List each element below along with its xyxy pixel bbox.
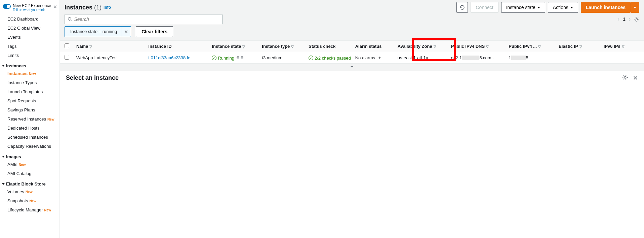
redacted xyxy=(462,56,479,60)
sort-icon: ▽ xyxy=(434,45,436,48)
actions-button[interactable]: Actions xyxy=(548,2,578,13)
filter-chip[interactable]: Instance state = running ✕ xyxy=(65,26,131,37)
cell-ipv6: – xyxy=(602,52,644,64)
nav-group-instances[interactable]: Instances xyxy=(0,60,59,69)
sort-icon: ▽ xyxy=(242,45,245,48)
cell-elastic-ip: – xyxy=(557,52,602,64)
col-az[interactable]: Availability Zone▽ xyxy=(396,41,449,52)
zoom-out-icon[interactable]: ⊖ xyxy=(240,55,244,60)
sort-icon: ▽ xyxy=(579,45,582,48)
new-badge: New xyxy=(44,208,51,212)
nav-volumes[interactable]: VolumesNew xyxy=(0,187,59,196)
add-alarm-button[interactable]: + xyxy=(378,55,381,60)
row-checkbox[interactable] xyxy=(65,55,69,60)
page-title: Instances (1) xyxy=(65,4,102,11)
launch-instances-button[interactable]: Launch instances xyxy=(581,2,631,13)
close-icon[interactable]: × xyxy=(53,3,57,10)
col-alarm-status[interactable]: Alarm status xyxy=(353,41,396,52)
col-instance-type[interactable]: Instance type▽ xyxy=(260,41,307,52)
cell-instance-id[interactable]: i-011cf83aa6c2338de xyxy=(148,55,190,60)
nav-scheduled-instances[interactable]: Scheduled Instances xyxy=(0,133,59,142)
refresh-button[interactable] xyxy=(456,2,468,13)
filter-chip-remove[interactable]: ✕ xyxy=(121,27,131,37)
nav-instances[interactable]: InstancesNew xyxy=(0,69,59,78)
col-public-ipv4[interactable]: Public IPv4 ...▽ xyxy=(507,41,557,52)
new-experience-title: New EC2 Experience xyxy=(13,3,51,8)
col-public-dns[interactable]: Public IPv4 DNS▽ xyxy=(449,41,507,52)
table-row[interactable]: WebApp-LatencyTest i-011cf83aa6c2338de ✓… xyxy=(60,52,644,64)
cell-status-check: ✓2/2 checks passed xyxy=(307,52,353,64)
detail-panel: Select an instance ✕ xyxy=(60,71,644,238)
cell-public-ipv4: 15 xyxy=(507,52,557,64)
sort-icon: ▽ xyxy=(538,45,541,48)
nav-group-images[interactable]: Images xyxy=(0,151,59,160)
next-page-button[interactable]: › xyxy=(629,16,631,22)
new-badge: New xyxy=(29,199,36,203)
col-name[interactable]: Name▽ xyxy=(74,41,146,52)
info-link[interactable]: Info xyxy=(104,5,111,10)
running-icon: ✓ xyxy=(212,56,216,60)
col-ipv6[interactable]: IPv6 IPs▽ xyxy=(602,41,644,52)
gear-icon xyxy=(622,74,628,80)
search-input[interactable] xyxy=(74,16,219,22)
sort-icon: ▽ xyxy=(291,45,294,48)
sort-icon: ▽ xyxy=(89,45,92,48)
new-experience-toggle[interactable] xyxy=(3,4,11,9)
svg-point-2 xyxy=(624,76,626,78)
pager: ‹ 1 › xyxy=(618,16,639,22)
cell-dns: ec2-15.com.. xyxy=(449,52,507,64)
nav-reserved-instances[interactable]: Reserved InstancesNew xyxy=(0,114,59,124)
filter-row: Instance state = running ✕ Clear filters xyxy=(60,26,644,40)
prev-page-button[interactable]: ‹ xyxy=(618,16,619,22)
cell-alarm: No alarms+ xyxy=(353,52,396,64)
nav-launch-templates[interactable]: Launch Templates xyxy=(0,87,59,96)
gear-icon[interactable] xyxy=(634,16,639,22)
instance-state-button[interactable]: Instance state xyxy=(501,2,545,13)
clear-filters-button[interactable]: Clear filters xyxy=(136,26,173,37)
nav-limits[interactable]: Limits xyxy=(0,51,59,60)
nav-savings-plans[interactable]: Savings Plans xyxy=(0,105,59,114)
sort-icon: ▽ xyxy=(486,45,489,48)
zoom-in-icon[interactable]: ⊕ xyxy=(236,55,240,60)
nav-lifecycle-manager[interactable]: Lifecycle ManagerNew xyxy=(0,205,59,214)
nav-ec2-dashboard[interactable]: EC2 Dashboard xyxy=(0,14,59,24)
nav-tags[interactable]: Tags xyxy=(0,42,59,51)
nav-spot-requests[interactable]: Spot Requests xyxy=(0,96,59,105)
nav-snapshots[interactable]: SnapshotsNew xyxy=(0,196,59,205)
col-status-check[interactable]: Status check xyxy=(307,41,353,52)
col-instance-id[interactable]: Instance ID xyxy=(146,41,210,52)
panel-resize-handle[interactable]: = xyxy=(60,64,644,71)
cell-name: WebApp-LatencyTest xyxy=(74,52,146,64)
redacted xyxy=(511,56,526,60)
search-box[interactable] xyxy=(65,14,223,24)
nav-amis[interactable]: AMIsNew xyxy=(0,160,59,169)
svg-point-0 xyxy=(68,18,71,20)
nav-instance-types[interactable]: Instance Types xyxy=(0,78,59,87)
cell-type: t3.medium xyxy=(260,52,307,64)
col-instance-state[interactable]: Instance state▽ xyxy=(210,41,260,52)
nav-capacity-reservations[interactable]: Capacity Reservations xyxy=(0,142,59,151)
new-badge: New xyxy=(29,72,36,76)
launch-instances-dropdown[interactable] xyxy=(631,2,639,13)
nav-dedicated-hosts[interactable]: Dedicated Hosts xyxy=(0,124,59,133)
nav-group-ebs[interactable]: Elastic Block Store xyxy=(0,178,59,187)
instances-table: Name▽ Instance ID Instance state▽ Instan… xyxy=(60,40,644,64)
chevron-down-icon xyxy=(2,156,5,158)
cell-az: us-east-1-atl-1a xyxy=(396,52,449,64)
nav-events[interactable]: Events xyxy=(0,33,59,42)
connect-button[interactable]: Connect xyxy=(471,2,498,13)
page-number: 1 xyxy=(623,16,626,22)
nav-ec2-global-view[interactable]: EC2 Global View xyxy=(0,24,59,33)
new-badge: New xyxy=(19,163,26,167)
detail-settings-button[interactable] xyxy=(622,74,628,82)
search-icon xyxy=(68,17,72,22)
main-content: Instances (1) Info Connect Instance stat… xyxy=(60,0,644,238)
select-all-checkbox[interactable] xyxy=(65,43,69,48)
col-elastic-ip[interactable]: Elastic IP▽ xyxy=(557,41,602,52)
chevron-down-icon xyxy=(570,7,573,8)
detail-close-button[interactable]: ✕ xyxy=(633,74,638,82)
cell-state: ✓Running ⊕⊖ xyxy=(210,52,260,64)
instance-count: (1) xyxy=(94,4,102,11)
nav-ami-catalog[interactable]: AMI Catalog xyxy=(0,169,59,178)
new-experience-subtitle[interactable]: Tell us what you think xyxy=(13,8,51,12)
